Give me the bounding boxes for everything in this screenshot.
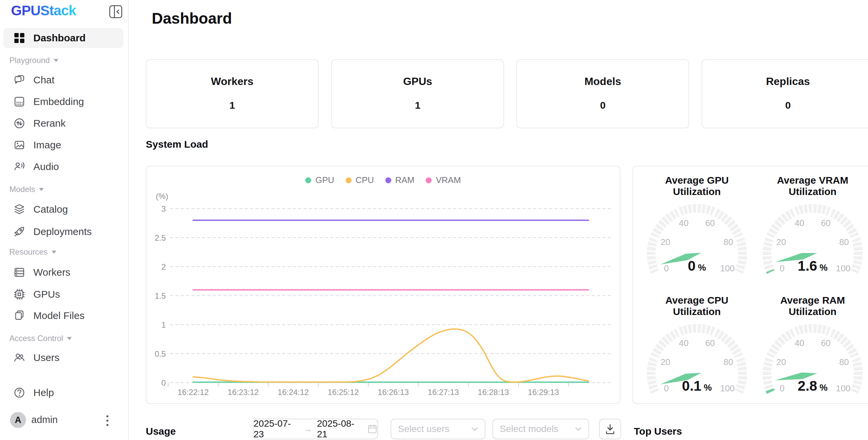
sidebar-item-workers[interactable]: Workers	[3, 262, 123, 282]
gauge-gpu-utilization: 0204060801000%	[640, 187, 753, 281]
sidebar-item-embedding[interactable]: Embedding	[3, 92, 123, 112]
svg-text:16:24:12: 16:24:12	[278, 388, 309, 397]
group-label: Models	[9, 185, 35, 194]
date-start[interactable]: 2025-07-23	[253, 418, 299, 440]
stat-card-gpus: GPUs 1	[331, 59, 504, 128]
sidebar-item-label: Model Files	[33, 310, 84, 321]
date-end[interactable]: 2025-08-21	[317, 418, 362, 440]
svg-text:100: 100	[836, 263, 850, 273]
sidebar-group-models[interactable]: Models	[9, 184, 44, 195]
system-load-line-chart[interactable]: 00.511.522.53(%)16:22:1216:23:1216:24:12…	[147, 166, 621, 405]
svg-text:16:29:13: 16:29:13	[528, 388, 559, 397]
sidebar-group-access-control[interactable]: Access Control	[9, 333, 72, 344]
svg-text:1.6%: 1.6%	[798, 258, 827, 274]
svg-text:100: 100	[836, 383, 850, 393]
user-menu-kebab-icon[interactable]	[101, 413, 114, 428]
svg-text:80: 80	[723, 237, 733, 247]
svg-text:40: 40	[679, 218, 688, 228]
system-load-chart-card: GPU CPU RAM VRAM 00.511.522.53(%)16:22:1…	[146, 166, 620, 404]
svg-text:80: 80	[839, 237, 849, 247]
sidebar-item-label: Catalog	[33, 204, 68, 215]
sidebar-item-label: Dashboard	[33, 32, 86, 44]
sidebar-item-help[interactable]: Help	[3, 383, 123, 403]
help-icon	[13, 387, 25, 399]
svg-text:0: 0	[161, 378, 166, 387]
select-users-dropdown[interactable]: Select users	[391, 419, 485, 439]
svg-text:2: 2	[161, 262, 166, 271]
svg-text:(%): (%)	[156, 192, 168, 201]
gpustack-dashboard-page: GPUStack Dashboard Playground Chat Embed…	[0, 0, 868, 440]
dashboard-grid-icon	[13, 32, 25, 44]
svg-text:2.5: 2.5	[155, 233, 166, 242]
utilization-gauges-card: Average GPU Utilization Average VRAM Uti…	[632, 166, 868, 404]
stat-label: Models	[584, 75, 621, 88]
svg-text:100: 100	[720, 383, 735, 393]
svg-text:60: 60	[821, 218, 831, 228]
chevron-down-icon	[67, 337, 72, 340]
svg-text:1: 1	[161, 320, 166, 329]
stat-label: Replicas	[766, 75, 810, 88]
svg-text:40: 40	[795, 218, 804, 228]
audio-icon	[13, 161, 25, 173]
svg-text:20: 20	[776, 237, 786, 247]
sidebar-item-catalog[interactable]: Catalog	[3, 199, 123, 219]
chevron-down-icon	[471, 427, 478, 431]
chevron-down-icon	[39, 188, 44, 191]
svg-text:40: 40	[679, 338, 688, 348]
group-label: Playground	[9, 56, 50, 65]
sidebar-item-gpus[interactable]: GPUs	[3, 284, 123, 304]
svg-text:0: 0	[780, 383, 784, 393]
select-models-dropdown[interactable]: Select models	[492, 419, 589, 439]
svg-text:20: 20	[776, 357, 786, 367]
sidebar-item-label: Embedding	[33, 96, 84, 107]
sidebar-group-resources[interactable]: Resources	[9, 247, 56, 257]
svg-text:16:23:12: 16:23:12	[227, 388, 258, 397]
svg-text:16:27:13: 16:27:13	[428, 388, 459, 397]
stat-label: Workers	[211, 75, 253, 88]
sidebar-item-rerank[interactable]: Rerank	[3, 113, 123, 133]
sidebar-item-image[interactable]: Image	[3, 135, 123, 155]
svg-text:16:25:12: 16:25:12	[328, 388, 359, 397]
gauge-vram-utilization: 0204060801001.6%	[756, 187, 868, 281]
svg-text:0.1%: 0.1%	[682, 378, 712, 394]
download-usage-button[interactable]	[599, 419, 621, 439]
page-title: Dashboard	[152, 9, 232, 27]
download-icon	[604, 423, 616, 435]
sidebar-item-label: Workers	[33, 267, 70, 278]
gpustack-logo: GPUStack	[11, 3, 76, 19]
top-users-title: Top Users	[634, 426, 682, 437]
svg-text:40: 40	[795, 338, 804, 348]
sidebar-item-dashboard[interactable]: Dashboard	[3, 28, 123, 48]
sidebar-collapse-icon[interactable]	[109, 5, 123, 19]
svg-text:16:22:12: 16:22:12	[178, 388, 209, 397]
date-range-picker[interactable]: 2025-07-23 → 2025-08-21	[253, 419, 378, 439]
user-row[interactable]: A admin	[0, 411, 129, 431]
sidebar-item-label: Deployments	[33, 226, 92, 237]
sidebar-item-chat[interactable]: Chat	[3, 70, 123, 90]
svg-text:80: 80	[723, 357, 733, 367]
sidebar-item-model-files[interactable]: Model Files	[3, 306, 123, 326]
stat-value: 0	[600, 100, 606, 111]
chat-icon	[13, 74, 25, 86]
stat-label: GPUs	[403, 75, 432, 88]
files-icon	[13, 310, 25, 321]
svg-text:60: 60	[821, 338, 831, 348]
stat-card-workers: Workers 1	[146, 59, 318, 128]
sidebar-item-audio[interactable]: Audio	[3, 157, 123, 177]
sidebar-item-deployments[interactable]: Deployments	[3, 222, 123, 242]
svg-text:0: 0	[780, 263, 784, 273]
embedding-icon	[13, 96, 25, 108]
sidebar-item-label: Chat	[33, 74, 54, 86]
stat-value: 0	[785, 100, 791, 111]
layers-icon	[13, 203, 25, 215]
user-name: admin	[31, 414, 58, 425]
calendar-icon	[367, 424, 377, 434]
rerank-icon	[13, 117, 25, 129]
sidebar-group-playground[interactable]: Playground	[9, 55, 58, 66]
svg-text:0%: 0%	[688, 258, 706, 274]
chevron-down-icon	[52, 251, 56, 254]
sidebar-item-label: Audio	[33, 161, 59, 172]
stat-value: 1	[229, 100, 235, 111]
svg-text:100: 100	[720, 263, 735, 273]
sidebar-item-users[interactable]: Users	[3, 348, 123, 368]
